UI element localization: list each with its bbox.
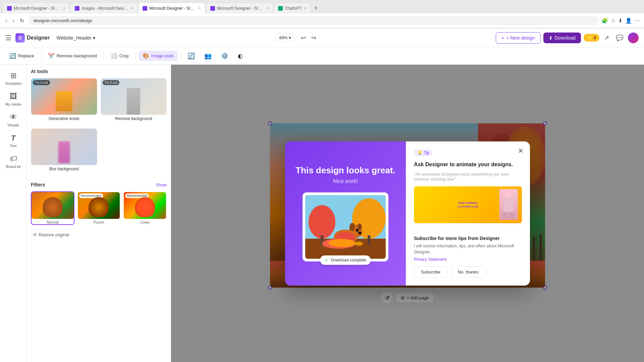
filter-lively[interactable]: Recommended Lively [123,191,167,225]
sidebar-item-text[interactable]: T Text [2,131,25,150]
modal-right: ✕ 💡 Tip Ask Designer to animate your des… [406,141,530,286]
sidebar-item-templates[interactable]: ⊞ Templates [2,69,25,88]
project-name[interactable]: Website_Header ▾ [54,34,98,42]
zoom-level: 48% [279,35,287,40]
my-media-icon: 🖼 [10,92,17,101]
coins-count: 9 [594,35,596,40]
new-tab-button[interactable]: + [311,5,320,12]
replace-label: Replace [18,53,34,58]
ai-tool-blur-bg[interactable]: Blur background [31,128,97,175]
ai-tool-remove-bg[interactable]: Try it out Remove background [101,78,167,125]
sidebar-item-brand[interactable]: 🏷 Brand kit [2,152,25,171]
tab-close-3[interactable]: ✕ [198,6,201,10]
modal-dog-image [305,195,386,259]
extra-icon-3: ⚙️ [221,52,228,60]
undo-button[interactable]: ↩ [299,32,308,44]
image-tools-button[interactable]: 🎨 Image tools [139,51,178,61]
sidebar-item-visuals[interactable]: 👁 Visuals [2,110,25,130]
designer-logo: D Designer [15,33,50,43]
modal-tip-example: "An animated instagram post advertising … [414,172,522,182]
tab-label-chatgpt: ChatGPT [285,6,302,11]
svg-point-14 [357,230,358,230]
remove-bg-label: Remove background [57,53,97,58]
tab-close-4[interactable]: ✕ [266,6,269,10]
bookmark-icon[interactable]: ☆ [611,17,615,24]
browser-tab-3[interactable]: Microsoft Designer - Stunning ✕ [138,3,205,13]
filter-punch-image: Recommended [78,192,120,219]
extensions-icon[interactable]: 🧩 [601,17,608,24]
modal-image-card: ✓ Download complete [303,192,388,261]
logo-icon: D [15,33,25,43]
tip-badge-text: Tip [424,150,429,155]
profile-icon[interactable]: 👤 [625,17,632,24]
refresh-button[interactable]: ↻ [18,16,25,25]
project-name-text: Website_Header [56,35,91,41]
privacy-link[interactable]: Privacy Statement [414,257,522,262]
tab-favicon-2 [75,6,79,11]
comments-button[interactable]: 💬 [614,32,625,44]
download-browser-icon[interactable]: ⬇ [618,17,623,24]
filter-normal[interactable]: Normal [31,191,74,225]
svg-point-13 [356,229,359,232]
download-button[interactable]: ⬇ Download [543,33,581,43]
subscribe-button[interactable]: Subscribe [414,266,447,278]
filter-punch-label: Punch [78,220,120,224]
gen-erase-label: Generative erase [31,116,97,121]
show-more-link[interactable]: Show [156,182,167,187]
coins-icon: ⭐ [587,35,592,40]
new-design-button[interactable]: + + New design [496,32,540,44]
crop-tool-button[interactable]: ⬜ Crop [107,51,133,61]
tab-label-1: Microsoft Designer - Stunning [14,6,61,11]
redo-button[interactable]: ↪ [309,32,318,44]
extra-tool-4[interactable]: ◐ [234,50,247,62]
filters-grid: Normal Recommended Punch Recommended [31,191,167,225]
zoom-selector[interactable]: 48% ▾ [275,34,295,42]
blur-bg-label: Blur background [31,167,97,171]
browser-tab-chatgpt[interactable]: ChatGPT ✕ [274,3,311,13]
ai-tool-generative-erase[interactable]: Try it out Generative erase [31,78,97,125]
settings-dots-icon[interactable]: ⋯ [635,17,640,24]
templates-label: Templates [5,81,21,85]
ai-tools-title: AI tools [31,69,167,74]
tab-close-chatgpt[interactable]: ✕ [304,6,306,10]
svg-point-19 [504,190,513,198]
hamburger-menu[interactable]: ☰ [5,34,11,42]
tab-label-4: Microsoft Designer - Stunning [217,6,264,11]
tab-close-1[interactable]: ✕ [63,6,65,10]
modal-tip-title: Ask Designer to animate your designs. [414,161,522,168]
extra-tool-2[interactable]: 👥 [200,50,216,62]
svg-rect-5 [368,235,370,245]
share-button[interactable]: ↗ [602,32,611,44]
browser-tab-4[interactable]: Microsoft Designer - Stunning ✕ [206,3,273,13]
blur-bg-image [31,128,97,165]
back-button[interactable]: ‹ [4,16,8,25]
filter-normal-label: Normal [32,220,74,224]
zoom-control: 48% ▾ [275,34,295,42]
tab-label-3: Microsoft Designer - Stunning [149,6,196,11]
filter-normal-image [32,192,74,219]
replace-tool-button[interactable]: 🔄 Replace [5,51,38,61]
browser-tab-1[interactable]: Microsoft Designer - Stunning ✕ [3,3,70,13]
forward-button[interactable]: › [11,16,15,25]
extra-tool-3[interactable]: ⚙️ [217,50,232,62]
browser-tab-2[interactable]: Images - Microsoft Designer ✕ [70,3,138,13]
user-avatar[interactable] [628,33,639,43]
tab-close-2[interactable]: ✕ [130,6,133,10]
modal-subtitle: Nice work! [333,178,358,184]
download-complete-text: Download complete [331,258,366,262]
filter-lively-label: Lively [124,220,166,224]
extra-tool-1[interactable]: 🔄 [183,50,199,62]
no-thanks-button[interactable]: No, thanks [451,266,486,278]
restore-original-button[interactable]: ↺ Restore original [31,230,167,239]
modal-close-button[interactable]: ✕ [515,145,526,156]
svg-point-11 [350,223,355,231]
templates-icon: ⊞ [10,71,16,80]
remove-bg-tool-button[interactable]: ✂️ Remove background [44,51,101,61]
toolbar-divider-3 [136,52,136,60]
subscribe-buttons: Subscribe No, thanks [414,266,522,278]
toolbar-divider-4 [180,52,181,60]
sidebar-item-my-media[interactable]: 🖼 My media [2,89,25,109]
text-label: Text [10,144,16,148]
filter-punch[interactable]: Recommended Punch [77,191,121,225]
url-bar[interactable] [28,16,599,25]
